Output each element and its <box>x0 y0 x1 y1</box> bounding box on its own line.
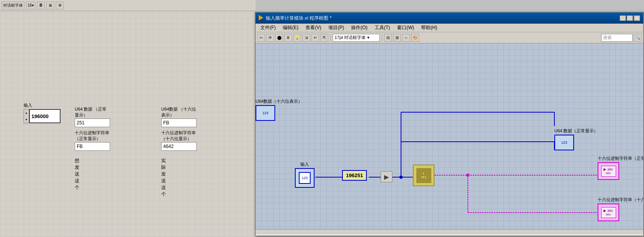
input-node-box[interactable]: 123 <box>295 168 315 188</box>
u64-normal-section: U64 数据 （正常显示） 251 <box>75 106 110 127</box>
toolbar-resize[interactable]: ↔ <box>402 34 410 42</box>
format-node[interactable]: 1TF1 <box>413 165 434 186</box>
u64-normal-label: U64 数据 （正常显示） <box>75 106 110 118</box>
left-panel: 对话框字体 16▾ B ⊞ ⚙ 输入 196000 U64 数据 （正常显示） … <box>0 0 256 237</box>
annotation-2: 实际发送这个 <box>161 157 166 198</box>
str-out-normal-section: 十六位进制字符串（正常显示） ▶ abc abc <box>598 156 643 180</box>
menu-project[interactable]: 项目(P) <box>325 24 347 32</box>
input-node-label: 输入 <box>295 161 315 167</box>
font-dropdown[interactable]: 17pt 对话框字体 ▾ <box>333 34 380 42</box>
search-box[interactable]: 搜索 <box>601 34 633 42</box>
hex-str-normal-value: FB <box>75 142 110 151</box>
annotation-1: 想发送这个 <box>75 157 79 191</box>
hex-str-hex-label: 十六位进制字符串 （十六位显示） <box>161 130 197 142</box>
hex-str-hex-value: 4642 <box>161 142 197 151</box>
block-diagram-window: 输入频率计算模块.vi 程序框图 * _ □ ✕ 文件(F) 编辑(E) 查看(… <box>255 12 644 236</box>
str-out-normal-node[interactable]: ▶ abc abc <box>598 162 619 180</box>
u64-hex-value: FB <box>161 119 197 127</box>
str-out-hex-label: 十六位进制字符串（十六位显示） <box>598 197 643 203</box>
toolbar-pause[interactable]: ⏸ <box>284 34 292 42</box>
toolbar-color[interactable]: 🎨 <box>411 34 419 42</box>
toolbar-size[interactable]: 16▾ <box>26 2 35 9</box>
u64-normal-value: 251 <box>75 119 110 127</box>
u64-hex-label: U64数据 （十六位表示） <box>161 106 197 118</box>
arrow-indicator[interactable]: ▶ <box>381 171 392 182</box>
toolbar-step-out[interactable]: ⇱ <box>320 34 328 42</box>
window-controls: _ □ ✕ <box>620 15 640 21</box>
str-out-hex-section: 十六位进制字符串（十六位显示） ▶ abc abc <box>598 197 643 221</box>
u64-norm-node[interactable]: 123 <box>554 135 574 150</box>
u64-norm-label: U64 数据（正常显示） <box>554 128 598 134</box>
toolbar-align[interactable]: ⊟ <box>384 34 392 42</box>
u64-hex-node[interactable]: 123 <box>256 105 275 121</box>
toolbar-sep2 <box>382 34 382 41</box>
toolbar-font-dropdown[interactable]: 对话框字体 <box>2 2 24 9</box>
hex-str-hex-section: 十六位进制字符串 （十六位显示） 4642 <box>161 130 197 151</box>
toolbar-light[interactable]: 💡 <box>293 34 301 42</box>
toolbar-icon2[interactable]: ⚙ <box>56 2 64 9</box>
svg-point-13 <box>466 174 469 177</box>
arrow-icon: ▶ <box>384 173 389 181</box>
menu-help[interactable]: 帮助(H) <box>418 24 440 32</box>
toolbar-step-over[interactable]: ↵ <box>311 34 319 42</box>
window-menubar: 文件(F) 编辑(E) 查看(V) 项目(P) 操作(O) 工具(T) 窗口(W… <box>256 24 643 32</box>
menu-edit[interactable]: 编辑(E) <box>280 24 302 32</box>
toolbar-distribute[interactable]: ⊞ <box>393 34 401 42</box>
numeric-constant[interactable]: 196251 <box>342 170 367 181</box>
bold-btn[interactable]: B <box>37 2 45 9</box>
menu-view[interactable]: 查看(V) <box>302 24 324 32</box>
horizontal-scrollbar[interactable] <box>256 229 643 235</box>
svg-point-8 <box>399 176 403 179</box>
toolbar-stop[interactable]: ⬤ <box>275 34 283 42</box>
input-label: 输入 <box>24 102 61 108</box>
toolbar-step-into[interactable]: ⇲ <box>302 34 310 42</box>
numeric-control: 196000 <box>24 109 61 123</box>
str-inner-1: ▶ abc abc <box>601 166 616 177</box>
input-node-inner: 123 <box>299 172 311 184</box>
minimize-btn[interactable]: _ <box>620 15 626 21</box>
run-icon <box>259 15 263 22</box>
toolbar-icon1[interactable]: ⊞ <box>46 2 54 9</box>
back-btn[interactable]: ⇦ <box>257 34 265 42</box>
str-out-hex-node[interactable]: ▶ abc abc <box>598 204 619 221</box>
input-value[interactable]: 196000 <box>29 109 61 123</box>
u64-norm-display: U64 数据（正常显示） 123 <box>554 128 598 150</box>
menu-tools[interactable]: 工具(T) <box>372 24 393 32</box>
toolbar-run[interactable]: ⟳ <box>266 34 274 42</box>
hex-str-normal-label: 十六位进制字符串 （正常显示） <box>75 130 110 142</box>
hex-str-normal-section: 十六位进制字符串 （正常显示） FB <box>75 130 110 151</box>
str-inner-2: ▶ abc abc <box>601 207 616 218</box>
bd-canvas[interactable]: U64数据（十六位表示） 123 U64 数据（正常显示） 123 输入 123… <box>256 43 643 235</box>
const-value: 196251 <box>342 170 367 181</box>
left-toolbar: 对话框字体 16▾ B ⊞ ⚙ <box>0 0 256 11</box>
close-btn[interactable]: ✕ <box>634 15 640 21</box>
menu-file[interactable]: 文件(F) <box>257 24 279 32</box>
menu-operate[interactable]: 操作(O) <box>348 24 370 32</box>
window-titlebar: 输入频率计算模块.vi 程序框图 * _ □ ✕ <box>256 13 643 24</box>
toolbar-sep1 <box>330 34 331 41</box>
maximize-btn[interactable]: □ <box>627 15 633 21</box>
search-btn[interactable]: 🔍 <box>634 34 642 42</box>
str-out-normal-label: 十六位进制字符串（正常显示） <box>598 156 643 161</box>
input-node-section: 输入 123 <box>295 161 315 188</box>
u64-hex-section: U64数据 （十六位表示） FB <box>161 106 197 127</box>
window-title: 输入频率计算模块.vi 程序框图 * <box>266 15 331 22</box>
block-diagram-toolbar: ⇦ ⟳ ⬤ ⏸ 💡 ⇲ ↵ ⇱ 17pt 对话框字体 ▾ ⊟ ⊞ ↔ 🎨 搜索 … <box>256 32 643 43</box>
input-section: 输入 196000 <box>24 102 61 123</box>
u64-hex-display-label: U64数据（十六位表示） 123 <box>256 98 302 121</box>
numeric-arrow[interactable] <box>24 109 29 123</box>
menu-window[interactable]: 窗口(W) <box>394 24 417 32</box>
